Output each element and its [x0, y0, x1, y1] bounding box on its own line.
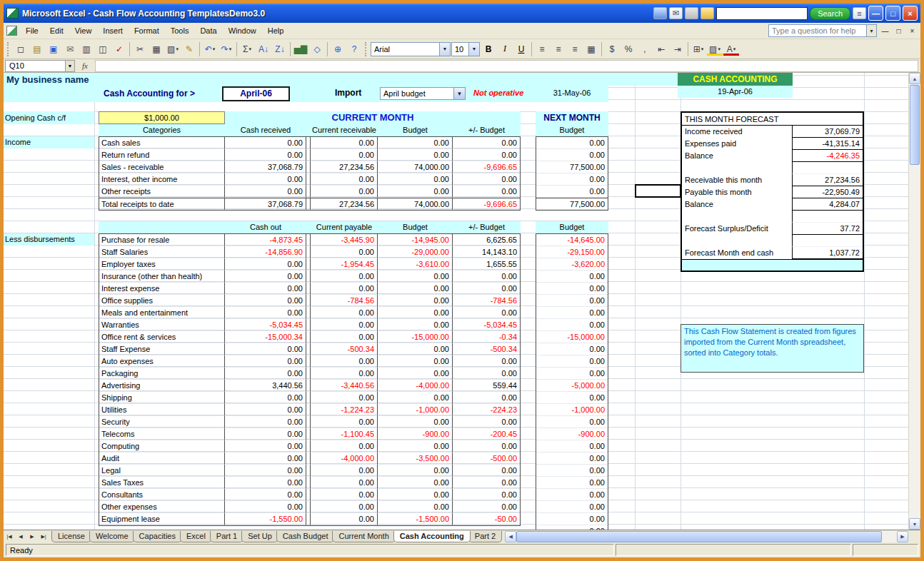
cell[interactable]: -4,000.00 — [378, 380, 453, 392]
cell[interactable]: -0.34 — [453, 331, 520, 343]
save-icon[interactable]: ▣ — [46, 41, 61, 57]
cell[interactable]: -5,034.45 — [453, 319, 520, 331]
cell[interactable]: -15,000.34 — [225, 331, 306, 343]
list-icon[interactable]: ≡ — [853, 7, 866, 19]
cell[interactable]: -1,000.00 — [536, 404, 608, 416]
selected-cell[interactable] — [635, 184, 681, 198]
cell[interactable]: -29,150.00 — [536, 246, 608, 258]
chart-wizard-icon[interactable]: ▅▇ — [293, 41, 308, 57]
cell[interactable]: 0.00 — [225, 440, 306, 453]
cell[interactable]: 0.00 — [311, 513, 378, 525]
scroll-down-icon[interactable]: ▼ — [909, 518, 920, 530]
cell[interactable]: Consultants — [99, 489, 225, 501]
cell[interactable]: -9,696.65 — [453, 161, 520, 173]
cell[interactable]: 37,068.79 — [225, 198, 306, 210]
month-cell[interactable]: April-06 — [222, 86, 290, 101]
cell[interactable]: 14,143.10 — [453, 246, 520, 258]
drawing-icon[interactable]: ◇ — [309, 41, 325, 57]
cell[interactable]: 0.00 — [225, 404, 306, 416]
cell[interactable]: -900.00 — [378, 428, 453, 440]
scroll-right-icon[interactable]: ▶ — [897, 531, 908, 542]
cell[interactable]: Cash sales — [99, 137, 225, 149]
cell[interactable]: -1,550.00 — [225, 513, 306, 525]
cell[interactable]: Advertising — [99, 380, 225, 392]
vertical-scroll-track[interactable] — [909, 166, 920, 518]
cell[interactable]: 0.00 — [453, 307, 520, 319]
percent-icon[interactable]: % — [621, 41, 636, 57]
cell[interactable]: 74,000.00 — [378, 198, 453, 210]
cell[interactable]: 0.00 — [378, 173, 453, 186]
cell[interactable]: Office supplies — [99, 295, 225, 307]
cell[interactable]: 0.00 — [536, 501, 608, 513]
cell[interactable]: 0.00 — [225, 489, 306, 501]
cell[interactable]: Meals and entertainment — [99, 307, 225, 319]
cell[interactable]: 0.00 — [378, 307, 453, 319]
cell[interactable]: 0.00 — [225, 392, 306, 404]
cell[interactable]: Telecoms — [99, 428, 225, 440]
cell[interactable]: 0.00 — [311, 501, 378, 513]
cash-accounting-date[interactable]: 19-Apr-06 — [678, 86, 793, 98]
cell[interactable]: 0.00 — [225, 453, 306, 465]
cell[interactable]: 0.00 — [536, 513, 608, 525]
chevron-down-icon[interactable]: ▼ — [453, 88, 465, 99]
menu-data[interactable]: Data — [194, 24, 222, 37]
cell[interactable]: Staff Salaries — [99, 246, 225, 258]
cell[interactable]: 1,655.55 — [453, 258, 520, 271]
forecast-value[interactable]: 37.72 — [792, 223, 863, 235]
cell[interactable]: 0.00 — [225, 258, 306, 271]
cell[interactable]: -3,445.90 — [311, 234, 378, 246]
decrease-decimal-icon[interactable]: ⇥ — [670, 41, 686, 57]
cell[interactable]: 0.00 — [311, 307, 378, 319]
cell[interactable]: 0.00 — [536, 440, 608, 453]
cell[interactable]: 0.00 — [378, 343, 453, 355]
align-left-icon[interactable]: ≡ — [534, 41, 550, 57]
cell[interactable]: 0.00 — [311, 186, 378, 198]
cell[interactable]: 0.00 — [453, 368, 520, 380]
cell[interactable]: 0.00 — [311, 319, 378, 331]
cell[interactable]: 0.00 — [536, 173, 608, 186]
cell[interactable]: Sales Taxes — [99, 477, 225, 489]
cell[interactable]: 0.00 — [453, 501, 520, 513]
menu-file[interactable]: File — [20, 24, 44, 37]
cell[interactable]: -4,873.45 — [225, 234, 306, 246]
format-painter-icon[interactable]: ✎ — [181, 41, 197, 57]
forecast-value[interactable]: 1,037.72 — [792, 247, 863, 259]
cell[interactable]: 0.00 — [225, 368, 306, 380]
forecast-value[interactable]: 27,234.56 — [792, 174, 863, 186]
cell[interactable]: Interest, other income — [99, 173, 225, 186]
cell[interactable]: 0.00 — [536, 368, 608, 380]
cell[interactable]: 0.00 — [453, 392, 520, 404]
cell[interactable]: 0.00 — [378, 295, 453, 307]
cell[interactable]: -5,000.00 — [536, 380, 608, 392]
redo-icon[interactable]: ↷ — [219, 41, 234, 57]
menu-view[interactable]: View — [69, 24, 98, 37]
cell[interactable]: Shipping — [99, 392, 225, 404]
cell[interactable]: 0.00 — [311, 368, 378, 380]
menu-window[interactable]: Window — [223, 24, 262, 37]
cell[interactable]: 0.00 — [378, 319, 453, 331]
cell[interactable]: 3,440.56 — [225, 380, 306, 392]
cell[interactable]: Purchase for resale — [99, 234, 225, 246]
cell[interactable]: 0.00 — [225, 477, 306, 489]
cell[interactable]: 0.00 — [378, 271, 453, 283]
cell[interactable]: 77,500.00 — [536, 198, 608, 210]
workbook-close-button[interactable]: × — [907, 26, 918, 36]
cell[interactable]: -500.34 — [453, 343, 520, 355]
forecast-value[interactable] — [792, 162, 863, 174]
cell[interactable]: -15,000.00 — [536, 331, 608, 343]
spelling-icon[interactable]: ✓ — [111, 41, 127, 57]
cell[interactable]: 0.00 — [311, 416, 378, 428]
cell[interactable]: -4,000.00 — [311, 453, 378, 465]
cell[interactable]: -1,224.23 — [311, 404, 378, 416]
cell[interactable]: 0.00 — [378, 465, 453, 477]
chevron-down-icon[interactable]: ▼ — [439, 43, 450, 56]
cell[interactable]: Security — [99, 416, 225, 428]
cell[interactable]: 0.00 — [378, 440, 453, 453]
fill-color-icon[interactable]: ▨ — [707, 44, 723, 56]
cell[interactable]: 0.00 — [225, 416, 306, 428]
cell[interactable]: 0.00 — [536, 453, 608, 465]
paste-icon[interactable]: ▧ — [165, 41, 181, 57]
cell[interactable]: 0.00 — [225, 307, 306, 319]
cell[interactable]: 0.00 — [311, 440, 378, 453]
sort-descending-icon[interactable]: Z↓ — [272, 41, 288, 57]
